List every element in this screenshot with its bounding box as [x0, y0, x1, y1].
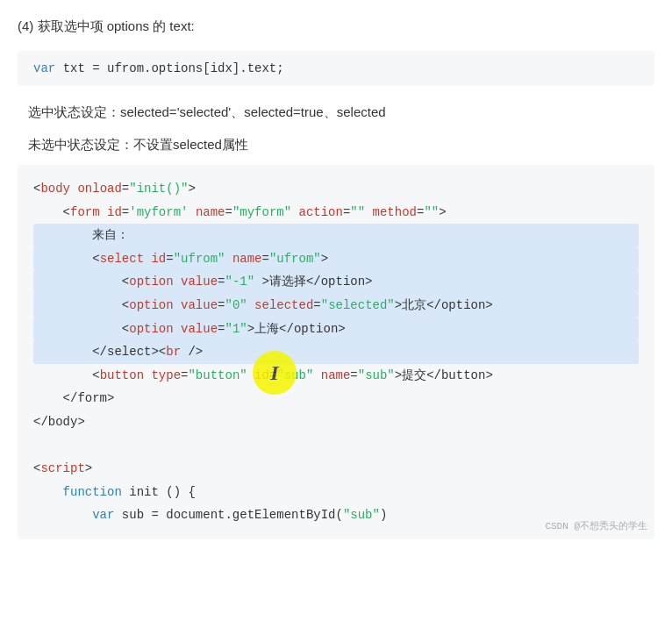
- syntax-block: <body onload="init()"> <form id='myform'…: [18, 165, 654, 539]
- code-line-2: <form id='myform' name="myform" action="…: [33, 201, 639, 225]
- keyword-var: var: [33, 61, 55, 75]
- code-txt: txt = ufrom.options[idx].text;: [63, 61, 284, 75]
- code-line-8: </select><br />: [33, 340, 639, 364]
- code-line-6: <option value="0" selected="selected">北京…: [33, 294, 639, 318]
- section-heading: (4) 获取选中项 options 的 text:: [18, 16, 654, 37]
- info-unselected: 未选中状态设定：不设置selected属性: [18, 132, 654, 156]
- code-line-3: 来自：: [33, 224, 639, 247]
- code-line-7: <option value="1">上海</option>: [33, 318, 639, 341]
- code-line-14: function init () {: [33, 481, 639, 504]
- page-container: (4) 获取选中项 options 的 text: var txt = ufro…: [0, 0, 672, 569]
- watermark: CSDN @不想秃头的学生: [545, 517, 647, 536]
- code-line-9: <button type="button" id="sub" name="sub…: [33, 364, 639, 388]
- code-line-4: <select id="ufrom" name="ufrom">: [33, 247, 639, 271]
- syntax-wrapper: <body onload="init()"> <form id='myform'…: [18, 165, 654, 539]
- code-line-12: [33, 434, 639, 458]
- code-line-10: </form>: [33, 387, 639, 410]
- code-line-11: </body>: [33, 410, 639, 434]
- var-txt-code-block: var txt = ufrom.options[idx].text;: [18, 51, 654, 86]
- info-selected: 选中状态设定：selected='selected'、selected=true…: [18, 100, 654, 124]
- code-line-1: <body onload="init()">: [33, 177, 639, 201]
- code-line-5: <option value="-1" >请选择</option>: [33, 270, 639, 294]
- code-line-13: <script>: [33, 457, 639, 481]
